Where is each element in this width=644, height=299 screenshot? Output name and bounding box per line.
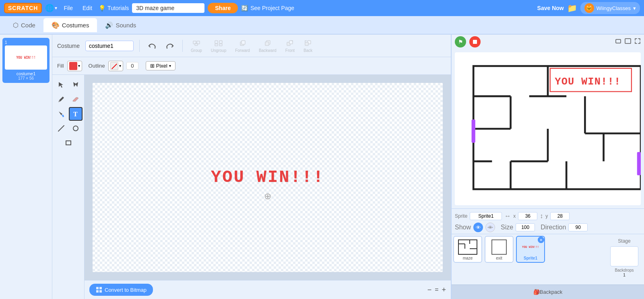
tool-row-1 bbox=[54, 78, 83, 92]
sprite-name-input[interactable] bbox=[470, 212, 502, 220]
back-label: Back bbox=[303, 48, 312, 53]
tab-sounds[interactable]: 🔊 Sounds bbox=[97, 18, 144, 32]
normal-stage-btn[interactable] bbox=[625, 38, 631, 46]
outline-value-input[interactable] bbox=[126, 62, 138, 70]
text-tool[interactable]: T bbox=[69, 107, 83, 121]
scratch-logo: SCRATCH bbox=[4, 3, 42, 13]
svg-rect-22 bbox=[96, 290, 99, 293]
svg-rect-14 bbox=[305, 42, 308, 45]
main-area: 1 YOU WIN!!! costume1 177 × 56 Costume G… bbox=[0, 35, 644, 299]
stop-btn[interactable] bbox=[469, 36, 481, 47]
costume-name-input[interactable] bbox=[85, 41, 134, 51]
canvas-main[interactable]: YOU WIN!!! ⊕ bbox=[93, 83, 443, 272]
x-input[interactable] bbox=[518, 212, 537, 220]
front-btn[interactable]: Front bbox=[283, 37, 297, 54]
direction-label: Direction bbox=[541, 224, 566, 231]
tab-code[interactable]: ⬡ Code bbox=[5, 18, 43, 32]
delete-sprite-icon[interactable]: ✕ bbox=[538, 237, 544, 243]
fill-chevron-icon: ▾ bbox=[78, 64, 80, 68]
chevron-down-icon: ▾ bbox=[633, 5, 636, 11]
svg-rect-21 bbox=[99, 287, 102, 289]
zoom-out-btn[interactable]: − bbox=[427, 286, 432, 294]
backpack-bar[interactable]: 🎒 Backpack bbox=[452, 285, 644, 299]
svg-rect-3 bbox=[215, 41, 218, 43]
back-btn[interactable]: Back bbox=[301, 37, 315, 54]
svg-rect-5 bbox=[215, 44, 218, 46]
costume-item[interactable]: 1 YOU WIN!!! costume1 177 × 56 bbox=[2, 38, 50, 83]
svg-rect-2 bbox=[195, 43, 198, 45]
forward-btn[interactable]: Forward bbox=[233, 37, 252, 54]
small-stage-btn[interactable] bbox=[615, 38, 621, 46]
backward-btn[interactable]: Backward bbox=[256, 37, 279, 54]
backdrops-count: 1 bbox=[623, 272, 625, 277]
mode-select[interactable]: ⊞ Pixel ▾ bbox=[146, 61, 175, 70]
svg-rect-6 bbox=[219, 44, 222, 46]
eraser-tool[interactable] bbox=[69, 93, 83, 106]
costume-icon: 🎨 bbox=[52, 21, 60, 29]
show-eye-btn[interactable]: 👁 bbox=[473, 223, 483, 232]
green-flag-btn[interactable]: ⚑ bbox=[455, 36, 466, 47]
sprite-thumb-maze[interactable]: maze bbox=[453, 236, 482, 263]
svg-rect-23 bbox=[99, 290, 102, 293]
fullscreen-btn[interactable] bbox=[634, 38, 641, 46]
sprite-thumb-sprite1[interactable]: ✕ YOU WIN!!! Sprite1 bbox=[516, 236, 545, 263]
circle-tool[interactable] bbox=[69, 122, 83, 135]
show-label: Show bbox=[455, 224, 471, 231]
size-input[interactable] bbox=[516, 223, 535, 231]
tutorials-btn[interactable]: 💡 Tutorials bbox=[99, 5, 129, 11]
costume-item-preview: YOU WIN!!! bbox=[5, 45, 47, 70]
tab-costumes[interactable]: 🎨 Costumes bbox=[43, 18, 97, 32]
costume-list: 1 YOU WIN!!! costume1 177 × 56 bbox=[0, 35, 52, 299]
user-menu-btn[interactable]: 🐱 WiingyClasses ▾ bbox=[580, 2, 640, 14]
see-project-btn[interactable]: 🔄 See Project Page bbox=[241, 5, 294, 11]
y-label: y bbox=[545, 213, 548, 219]
group-btn[interactable]: Group bbox=[188, 37, 204, 54]
zoom-reset-btn[interactable]: = bbox=[435, 286, 438, 293]
redo-btn[interactable] bbox=[163, 40, 177, 52]
stage-label: Stage bbox=[618, 238, 630, 244]
outline-color-btn[interactable]: ▾ bbox=[108, 61, 123, 71]
forward-label: Forward bbox=[235, 48, 250, 53]
canvas-content-text: YOU WIN!!! bbox=[211, 168, 324, 187]
hide-eye-btn[interactable]: 👁 bbox=[485, 223, 495, 232]
sprite-maze-preview bbox=[456, 238, 480, 256]
globe-btn[interactable]: 🌐▾ bbox=[45, 4, 57, 12]
ungroup-btn[interactable]: Ungroup bbox=[208, 37, 229, 54]
tool-row-4 bbox=[54, 122, 83, 135]
costume-preview-text: YOU WIN!!! bbox=[16, 56, 35, 60]
svg-rect-19 bbox=[66, 141, 71, 145]
play-controls-bar: ⚑ bbox=[452, 35, 644, 49]
y-input[interactable] bbox=[550, 212, 570, 220]
direction-input[interactable] bbox=[568, 223, 588, 231]
edit-menu-btn[interactable]: Edit bbox=[79, 3, 95, 13]
rect-tool[interactable] bbox=[62, 136, 75, 150]
top-nav: SCRATCH 🌐▾ File Edit 💡 Tutorials Share 🔄… bbox=[0, 0, 644, 16]
undo-btn[interactable] bbox=[145, 40, 159, 52]
svg-rect-20 bbox=[96, 287, 99, 289]
sprite-thumb-exit[interactable]: exit bbox=[485, 236, 514, 263]
save-now-btn[interactable]: Save Now bbox=[537, 5, 564, 11]
group-label: Group bbox=[191, 48, 202, 53]
code-icon: ⬡ bbox=[13, 21, 19, 29]
reshape-tool[interactable] bbox=[69, 78, 83, 92]
sprites-list: maze exit bbox=[453, 236, 606, 263]
svg-rect-12 bbox=[289, 41, 293, 44]
file-menu-btn[interactable]: File bbox=[60, 3, 76, 13]
convert-bitmap-btn[interactable]: Convert to Bitmap bbox=[89, 284, 153, 296]
share-btn[interactable]: Share bbox=[208, 3, 238, 13]
folder-icon[interactable]: 📁 bbox=[567, 3, 577, 13]
canvas-bottom: Convert to Bitmap − = + bbox=[85, 280, 451, 299]
zoom-controls: − = + bbox=[427, 286, 446, 294]
stage-mini[interactable] bbox=[610, 246, 638, 266]
fill-color-btn[interactable]: ▾ bbox=[67, 61, 82, 71]
fill-tool[interactable] bbox=[54, 107, 68, 121]
tool-row-5 bbox=[54, 136, 83, 150]
brush-tool[interactable] bbox=[54, 93, 68, 106]
sound-icon: 🔊 bbox=[105, 21, 113, 29]
select-tool[interactable] bbox=[54, 78, 68, 92]
ungroup-label: Ungroup bbox=[211, 48, 226, 53]
backdrops-label: Backdrops bbox=[615, 268, 634, 272]
line-tool[interactable] bbox=[54, 122, 68, 135]
zoom-in-btn[interactable]: + bbox=[442, 286, 446, 294]
project-name-input[interactable] bbox=[132, 3, 204, 13]
